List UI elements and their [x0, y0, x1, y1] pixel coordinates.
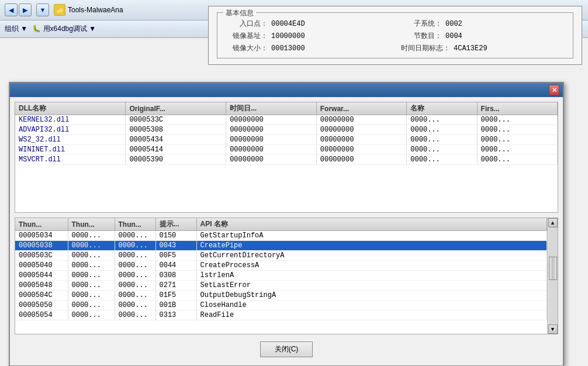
close-dialog-button[interactable]: 关闭(C)	[260, 341, 313, 357]
scroll-up-arrow[interactable]: ▲	[548, 218, 558, 227]
sections-row: 节数目： 0004	[401, 31, 563, 41]
main-dialog: ✕ DLL名称 OriginalF... 时间日... Forwar... 名称…	[9, 82, 564, 366]
table-row[interactable]: 000050380000...0000...0043CreatePipe	[15, 241, 547, 251]
table-cell: 01F5	[155, 291, 196, 301]
table-cell: 00005054	[15, 310, 68, 320]
table-cell: 00005414	[126, 145, 226, 155]
table-row[interactable]: WININET.dll0000541400000000000000000000.…	[15, 145, 558, 155]
table-cell: ReadFile	[196, 310, 547, 320]
debug-button[interactable]: 🐛 用x64dbg调试 ▼	[32, 24, 96, 34]
table-cell: GetCurrentDirectoryA	[196, 251, 547, 261]
dialog-footer: 关闭(C)	[15, 339, 558, 361]
scroll-down-arrow[interactable]: ▼	[548, 324, 558, 334]
table-cell: 0000...	[68, 281, 115, 291]
table-cell: 0000...	[115, 231, 155, 241]
size-label: 镜像大小：	[227, 43, 268, 53]
back-button[interactable]: ◀	[5, 4, 18, 16]
lower-table: Thun... Thun... Thun... 提示... API 名称 000…	[15, 218, 547, 320]
table-row[interactable]: 000050400000...0000...0044CreateProcessA	[15, 261, 547, 271]
folder-icon: 📁	[54, 4, 65, 16]
table-row[interactable]: 000050480000...0000...0271SetLastError	[15, 281, 547, 291]
title-close-button[interactable]: ✕	[549, 85, 559, 95]
table-cell: 00005044	[15, 271, 68, 281]
col-header-firs: Firs...	[477, 102, 557, 115]
organize-button[interactable]: 组织 ▼	[5, 24, 27, 34]
table-cell: WININET.dll	[15, 145, 126, 155]
col-header-hint: 提示...	[155, 218, 196, 231]
table-cell: 0000...	[115, 301, 155, 310]
forward-button[interactable]: ▶	[19, 4, 32, 16]
size-value: 00013000	[271, 44, 305, 53]
table-cell: 0000...	[68, 291, 115, 301]
scrollbar[interactable]: ▲ ▼	[547, 218, 558, 334]
table-cell: 00000000	[226, 145, 317, 155]
table-row[interactable]: 000050500000...0000...001BCloseHandle	[15, 301, 547, 310]
subsystem-label: 子系统：	[401, 19, 442, 29]
table-row[interactable]: 000050440000...0000...0308lstrlenA	[15, 271, 547, 281]
table-cell: 00000000	[226, 155, 317, 165]
table-cell: 0000...	[407, 125, 477, 135]
table-row[interactable]: WS2_32.dll0000543400000000000000000000..…	[15, 135, 558, 145]
table-cell: 00005040	[15, 261, 68, 271]
dialog-titlebar: ✕	[10, 83, 563, 97]
lower-table-body: 000050340000...0000...0150GetStartupInfo…	[15, 231, 547, 320]
entry-label: 入口点：	[227, 19, 268, 29]
scroll-thumb[interactable]	[549, 257, 557, 280]
table-cell: 00005034	[15, 231, 68, 241]
table-cell: 0000...	[407, 135, 477, 145]
table-cell: 0000...	[407, 115, 477, 125]
table-row[interactable]: ADVAPI32.dll0000530800000000000000000000…	[15, 125, 558, 135]
table-cell: KERNEL32.dll	[15, 115, 126, 125]
col-header-name: 名称	[407, 102, 477, 115]
table-cell: 0044	[155, 261, 196, 271]
table-row[interactable]: 000050540000...0000...0313ReadFile	[15, 310, 547, 320]
scroll-track[interactable]	[548, 227, 558, 324]
table-cell: 00000000	[226, 115, 317, 125]
table-row[interactable]: MSVCRT.dll0000539000000000000000000000..…	[15, 155, 558, 165]
table-cell: 00005308	[126, 125, 226, 135]
table-cell: 00000000	[316, 115, 407, 125]
table-cell: 0000...	[115, 271, 155, 281]
table-cell: 0000503C	[15, 251, 68, 261]
table-cell: 00005038	[15, 241, 68, 251]
table-cell: GetStartupInfoA	[196, 231, 547, 241]
upper-table-header-row: DLL名称 OriginalF... 时间日... Forwar... 名称 F…	[15, 102, 558, 115]
lower-section: Thun... Thun... Thun... 提示... API 名称 000…	[15, 217, 558, 334]
table-cell: ADVAPI32.dll	[15, 125, 126, 135]
table-cell: 0000...	[68, 231, 115, 241]
base-value: 10000000	[271, 32, 305, 40]
table-cell: 00000000	[316, 135, 407, 145]
table-cell: 00005048	[15, 281, 68, 291]
table-row[interactable]: 0000504C0000...0000...01F5OutputDebugStr…	[15, 291, 547, 301]
table-cell: 0000...	[115, 291, 155, 301]
table-cell: 0043	[155, 241, 196, 251]
table-cell: 0000...	[477, 125, 557, 135]
table-cell: 0000...	[115, 310, 155, 320]
table-cell: 00000000	[316, 125, 407, 135]
entry-value: 00004E4D	[271, 20, 305, 28]
upper-table-container[interactable]: DLL名称 OriginalF... 时间日... Forwar... 名称 F…	[15, 102, 558, 213]
table-cell: 0000...	[407, 155, 477, 165]
table-row[interactable]: KERNEL32.dll0000533C00000000000000000000…	[15, 115, 558, 125]
lower-table-container[interactable]: Thun... Thun... Thun... 提示... API 名称 000…	[15, 218, 547, 334]
table-cell: 0000504C	[15, 291, 68, 301]
table-cell: 0000...	[68, 241, 115, 251]
table-row[interactable]: 0000503C0000...0000...00F5GetCurrentDire…	[15, 251, 547, 261]
sections-label: 节数目：	[401, 31, 442, 41]
table-row[interactable]: 000050340000...0000...0150GetStartupInfo…	[15, 231, 547, 241]
sections-value: 0004	[445, 32, 462, 40]
table-cell: 00005390	[126, 155, 226, 165]
base-row: 镜像基址： 10000000	[227, 31, 389, 41]
table-cell: 00000000	[316, 155, 407, 165]
subsystem-value: 0002	[445, 20, 462, 28]
info-panel-title: 基本信息	[223, 8, 256, 18]
table-cell: CreatePipe	[196, 241, 547, 251]
table-cell: 001B	[155, 301, 196, 310]
table-cell: 0000...	[477, 115, 557, 125]
col-header-time: 时间日...	[226, 102, 317, 115]
size-row: 镜像大小： 00013000	[227, 43, 389, 53]
timestamp-value: 4CA13E29	[454, 44, 487, 53]
col-header-thun2: Thun...	[68, 218, 115, 231]
dropdown-button[interactable]: ▼	[36, 4, 49, 16]
info-panel: 基本信息 入口点： 00004E4D 子系统： 0002 镜像基址： 10000…	[208, 6, 582, 65]
